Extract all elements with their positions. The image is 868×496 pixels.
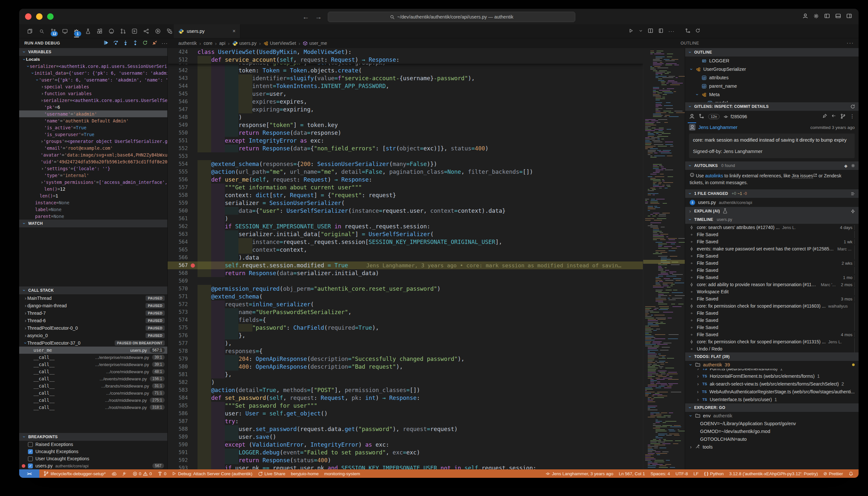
breadcrumb-item-userviewset[interactable]: UserViewSet <box>263 41 296 46</box>
code-editor[interactable]: 424class UserViewSet(UsedByMixin, ModelV… <box>168 48 685 469</box>
outline-item-logger[interactable]: LOGGER <box>685 57 858 65</box>
stack-frame-row[interactable]: __call__.../events/middleware.py156:1 <box>19 375 167 382</box>
zoom-window-button[interactable] <box>47 13 53 20</box>
thread-row[interactable]: ›ThreadPoolExecutor-37_0PAUSED ON BREAKP… <box>19 339 167 346</box>
code-line[interactable]: 564instance=request._request.session[SES… <box>168 238 643 246</box>
code-line[interactable]: 561) <box>168 215 643 222</box>
activity-run-and-debug[interactable]: 1 <box>72 26 81 37</box>
code-line[interactable]: 542token: Token = Token.objects.create( <box>168 66 643 74</box>
code-line[interactable]: 577), <box>168 339 643 347</box>
editor-action-book[interactable] <box>658 28 664 35</box>
activity-live-share[interactable] <box>142 26 151 37</box>
code-line[interactable]: 585"""Set password for user""" <box>168 402 643 409</box>
activity-pull-requests[interactable] <box>119 26 127 37</box>
inspect-refresh[interactable] <box>695 28 700 34</box>
status-blame[interactable]: Jens Langhammer, 3 years ago <box>545 471 613 476</box>
editor-action-ellipsis[interactable]: ··· <box>668 28 675 34</box>
outline-section-header[interactable]: ›OUTLINE <box>685 48 858 57</box>
code-line[interactable]: 557"""Get information about current user… <box>168 184 643 191</box>
gitlens-graph-button[interactable] <box>699 113 704 120</box>
inspect-compare[interactable] <box>685 28 691 35</box>
variable-row[interactable]: len() = 12 <box>19 185 167 192</box>
code-line[interactable]: 512def service_account(self, request: Re… <box>168 56 643 64</box>
activity-explorer[interactable] <box>26 26 34 37</box>
titlebar-account[interactable] <box>802 13 808 20</box>
code-line[interactable]: 548) <box>168 113 643 121</box>
activity-extensions[interactable] <box>95 26 104 37</box>
close-window-button[interactable] <box>25 13 31 20</box>
code-line[interactable]: 590except (ValidationError, IntegrityErr… <box>168 441 643 449</box>
explain-ai-section-header[interactable]: ›EXPLAIN (AI) <box>685 207 858 215</box>
activity-search[interactable] <box>37 26 46 37</box>
status-cursor-position[interactable]: Ln 567, Col 1 <box>619 471 645 476</box>
activity-remote-explorer[interactable] <box>60 26 69 37</box>
status-python-interpreter[interactable]: 3.12.8 ('authentik-xEAhpGPh-py3.12': Poe… <box>729 471 818 476</box>
code-line[interactable]: 576}, <box>168 332 643 339</box>
code-line[interactable]: 541response["group_pk"] = str(object=gro… <box>168 64 643 66</box>
code-line[interactable]: 575"password": CharField(required=True), <box>168 324 643 332</box>
code-line[interactable]: 578responses={ <box>168 347 643 355</box>
code-line[interactable]: 586user: User = self.get_object() <box>168 409 643 417</box>
gitlens-section-header[interactable]: ›GITLENS: INSPECT: COMMIT DETAILS <box>685 102 858 111</box>
todo-file-item[interactable]: ›TSHorizontalFormElement.ts (web/src/ele… <box>685 372 858 380</box>
timeline-item[interactable]: core: search users' attributes (#12740) … <box>685 224 858 231</box>
code-line[interactable]: 549response["token"] = token.key <box>168 121 643 129</box>
timeline-item[interactable]: core: fix permission check for scoped im… <box>685 338 858 345</box>
variable-row[interactable]: 'uid' = '49d24724dfa590a20fb5961e9c6673c… <box>19 158 167 165</box>
code-line[interactable]: 560data={"user": UserSelfSerializer(inst… <box>168 207 643 215</box>
code-line[interactable]: 583@action(detail=True, methods=["POST"]… <box>168 386 643 394</box>
code-line[interactable]: 553 <box>168 152 643 160</box>
variable-row[interactable]: ›Locals <box>19 56 167 63</box>
activity-testing[interactable] <box>84 26 93 37</box>
code-line[interactable]: 574fields={ <box>168 316 643 324</box>
command-center[interactable]: ~/dev/authentik/authentik/core/api/users… <box>328 12 575 22</box>
thread-row[interactable]: ›MainThreadPAUSED <box>19 294 167 302</box>
close-icon[interactable]: × <box>233 28 235 34</box>
timeline-item[interactable]: File Saved <box>685 317 858 324</box>
outline-item-parent_name[interactable]: @parent_name <box>685 82 858 90</box>
stack-frame-row[interactable]: user_meusers.py567:1 <box>19 346 167 354</box>
go-tools-row[interactable]: ›tools <box>685 443 858 451</box>
minimap[interactable] <box>643 48 685 469</box>
code-line[interactable]: 556def user_me(self, request: Request) →… <box>168 176 643 184</box>
gitlens-search-commit-button[interactable] <box>689 113 695 120</box>
call-stack-section-header[interactable]: ›CALL STACK <box>19 286 167 294</box>
code-line[interactable]: 568return Response(data=serializer.initi… <box>168 269 643 277</box>
todo-file-item[interactable]: ›TSForm.ts (web/src/elements/forms)1 <box>685 369 858 372</box>
variable-row[interactable]: ›initial_data = {'user': {'pk': 6, 'user… <box>19 69 167 76</box>
thread-row[interactable]: ›Thread-7PAUSED <box>19 309 167 317</box>
variable-row[interactable]: ›'settings' = {'locale': ''} <box>19 165 167 172</box>
code-line[interactable]: 589user.save() <box>168 433 643 441</box>
timeline-item[interactable]: File Saved3 mos <box>685 295 858 303</box>
gitlens-arrowleft-button[interactable] <box>831 113 836 120</box>
thread-row[interactable]: ›ThreadPoolExecutor-0_0PAUSED <box>19 324 167 332</box>
variable-row[interactable]: 'pk' = 6 <box>19 104 167 110</box>
status-publish[interactable] <box>111 471 117 476</box>
code-line[interactable]: 547expiring=expiring, <box>168 106 643 113</box>
status-live-share[interactable]: Live Share <box>258 471 285 476</box>
variable-row[interactable]: 'name' = 'authentik Default Admin' <box>19 117 167 124</box>
stack-frame-row[interactable]: __call__.../enterprise/middleware.py39:1 <box>19 361 167 368</box>
autolinks-link[interactable]: autolinks <box>705 173 723 178</box>
timeline-item[interactable]: core: fix permission check for scoped im… <box>685 303 858 310</box>
status-encoding[interactable]: UTF-8 <box>676 471 688 476</box>
code-line[interactable]: 593if user.pk == request.user.pk and SES… <box>168 464 643 469</box>
code-line[interactable]: 572request=inline_serializer( <box>168 300 643 308</box>
todos-section-header[interactable]: ›TODOS: FLAT (39) <box>685 353 858 361</box>
breakpoint-row[interactable]: User Uncaught Exceptions <box>19 455 167 462</box>
variable-row[interactable]: 'is_superuser' = True <box>19 131 167 138</box>
code-line[interactable]: 584def set_password(self, request: Reque… <box>168 394 643 402</box>
stack-frame-row[interactable]: __call__.../brands/middleware.py31:1 <box>19 382 167 389</box>
status-prettier[interactable]: ⊘Prettier <box>823 471 843 476</box>
status-debug-session[interactable]: Debug: Attach Server Core (authentik) <box>172 471 252 476</box>
stack-frame-row[interactable]: __call__.../root/middleware.py275:1 <box>19 397 167 404</box>
variable-row[interactable]: 'avatar' = 'data:image/svg+xml;base64,PH… <box>19 151 167 158</box>
titlebar-layoutL[interactable] <box>824 13 830 20</box>
titlebar-gear[interactable] <box>813 13 819 20</box>
activity-github[interactable] <box>107 26 115 37</box>
code-line[interactable]: 554@extend_schema(responses={200: Sessio… <box>168 160 643 168</box>
status-language-mode[interactable]: { }Python <box>704 471 724 476</box>
code-line[interactable]: 544intent=TokenIntents.INTENT_APP_PASSWO… <box>168 82 643 90</box>
stack-frame-row[interactable]: __call__.../core/middleware.py71:1 <box>19 389 167 397</box>
timeline-item[interactable]: Workspace Edit <box>685 288 858 295</box>
